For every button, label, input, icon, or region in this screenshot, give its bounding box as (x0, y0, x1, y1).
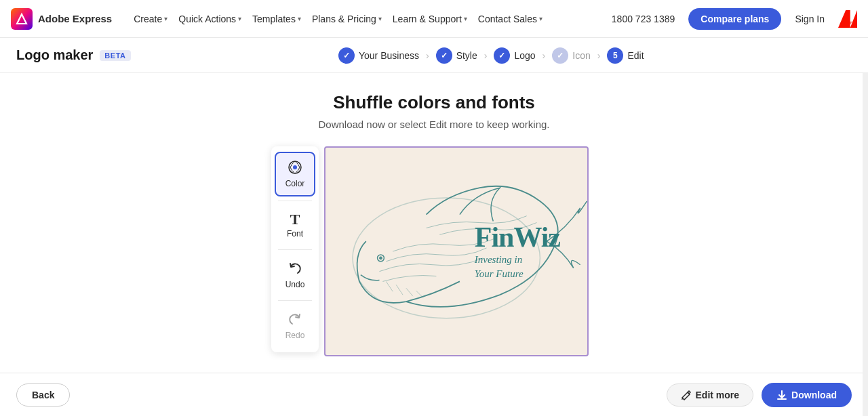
step-arrow-1: › (426, 50, 429, 61)
undo-icon (288, 261, 302, 278)
chevron-down-icon: ▾ (238, 15, 241, 22)
breadcrumb: ✓ Your Business › ✓ Style › ✓ Logo › ✓ I… (338, 47, 644, 64)
breadcrumb-step-5: 5 Edit (607, 47, 644, 64)
download-button[interactable]: Download (762, 383, 852, 407)
phone-number: 1800 723 1389 (612, 14, 675, 24)
chevron-down-icon: ▾ (539, 15, 542, 22)
step-label-2: Style (456, 50, 477, 61)
bottom-bar: Back Edit more Download (0, 373, 868, 416)
breadcrumb-step-3: ✓ Logo (494, 47, 535, 64)
main-nav: Create ▾ Quick Actions ▾ Templates ▾ Pla… (128, 9, 548, 28)
bottom-right-actions: Edit more Download (667, 383, 852, 407)
nav-plans-pricing[interactable]: Plans & Pricing ▾ (307, 9, 387, 28)
nav-contact-sales[interactable]: Contact Sales ▾ (473, 9, 548, 28)
step-check-3: ✓ (494, 47, 510, 64)
step-check-4: ✓ (552, 47, 568, 64)
header: Adobe Express Create ▾ Quick Actions ▾ T… (0, 0, 868, 38)
download-icon (776, 390, 787, 400)
logo-text-block: FinWiz Investing in Your Future (475, 222, 560, 281)
sign-in-button[interactable]: Sign In (795, 14, 825, 24)
logo-tagline: Investing in Your Future (475, 253, 524, 281)
undo-tool-label: Undo (285, 280, 305, 289)
color-tool-label: Color (285, 179, 305, 188)
step-arrow-4: › (597, 50, 601, 61)
redo-tool-button[interactable]: Redo (275, 305, 315, 347)
font-tool-label: Font (287, 229, 303, 238)
edit-more-button[interactable]: Edit more (667, 383, 754, 407)
breadcrumb-step-2: ✓ Style (436, 47, 477, 64)
sub-header: Logo maker BETA ✓ Your Business › ✓ Styl… (0, 38, 868, 73)
tool-divider-3 (278, 300, 312, 301)
font-tool-button[interactable]: T Font (275, 205, 315, 245)
page-title: Logo maker (16, 47, 93, 63)
chevron-down-icon: ▾ (378, 15, 382, 22)
header-brand: Adobe Express (38, 13, 112, 24)
adobe-logo-icon (838, 9, 857, 28)
sidebar-tools: Color T Font Undo (271, 146, 319, 352)
color-tool-button[interactable]: Color (275, 152, 315, 196)
tool-divider-1 (278, 201, 312, 201)
step-label-4: Icon (572, 50, 590, 61)
svg-marker-1 (838, 9, 850, 27)
font-icon: T (290, 212, 300, 227)
beta-badge: BETA (100, 50, 130, 61)
main-content: Shuffle colors and fonts Download now or… (0, 73, 868, 416)
scrollbar[interactable] (863, 73, 868, 416)
nav-learn-support[interactable]: Learn & Support ▾ (387, 9, 473, 28)
breadcrumb-step-4: ✓ Icon (552, 47, 590, 64)
step-label-1: Your Business (359, 50, 419, 61)
logo-text-content: FinWiz Investing in Your Future (326, 148, 587, 355)
step-check-2: ✓ (436, 47, 452, 64)
step-label-3: Logo (514, 50, 535, 61)
breadcrumb-step-1: ✓ Your Business (338, 47, 419, 64)
tool-divider-2 (278, 249, 312, 250)
adobe-icon (11, 8, 33, 30)
back-button[interactable]: Back (16, 383, 70, 407)
chevron-down-icon: ▾ (298, 15, 301, 22)
step-label-5: Edit (627, 50, 644, 61)
svg-point-5 (293, 165, 297, 169)
editor-area: Color T Font Undo (271, 146, 597, 356)
step-number-5: 5 (607, 47, 623, 64)
svg-marker-0 (17, 14, 26, 24)
logo-brand-name: FinWiz (475, 222, 560, 253)
step-arrow-3: › (542, 50, 546, 61)
adobe-express-logo[interactable]: Adobe Express (11, 8, 112, 30)
nav-quick-actions[interactable]: Quick Actions ▾ (173, 9, 247, 28)
nav-create[interactable]: Create ▾ (128, 9, 173, 28)
main-subtitle: Download now or select Edit more to keep… (318, 119, 549, 130)
svg-marker-2 (850, 9, 857, 27)
redo-icon (288, 312, 302, 329)
color-icon (288, 160, 302, 177)
logo-canvas: FinWiz Investing in Your Future (324, 146, 589, 356)
undo-tool-button[interactable]: Undo (275, 254, 315, 296)
chevron-down-icon: ▾ (164, 15, 167, 22)
main-title: Shuffle colors and fonts (333, 92, 535, 113)
svg-marker-3 (843, 21, 852, 24)
step-check-1: ✓ (338, 47, 355, 64)
pencil-icon (681, 390, 692, 400)
compare-plans-button[interactable]: Compare plans (688, 8, 781, 30)
redo-tool-label: Redo (285, 331, 305, 340)
chevron-down-icon: ▾ (464, 15, 467, 22)
step-arrow-2: › (484, 50, 488, 61)
nav-templates[interactable]: Templates ▾ (247, 9, 307, 28)
